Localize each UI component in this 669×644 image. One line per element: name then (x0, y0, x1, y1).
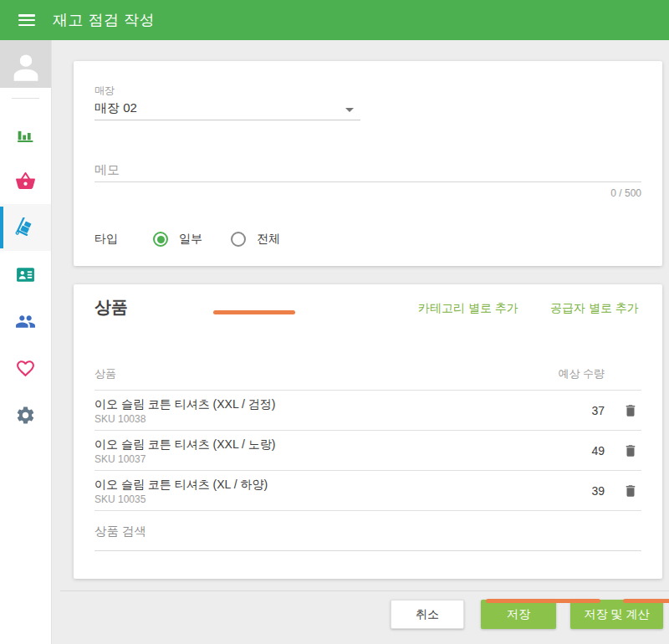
annotation-underline-category (486, 599, 600, 603)
delete-row-button[interactable] (605, 483, 641, 498)
sidebar-item-chart[interactable] (0, 110, 51, 157)
trash-icon (623, 403, 638, 418)
add-by-supplier-link[interactable]: 공급자 별로 추가 (550, 301, 639, 316)
product-name: 이오 슬림 코튼 티셔츠 (XXL / 검정) (94, 396, 563, 412)
add-by-category-link[interactable]: 카테고리 별로 추가 (418, 301, 518, 316)
delete-row-button[interactable] (605, 403, 641, 418)
radio-label-all: 전체 (257, 232, 280, 247)
products-card: 상품 카테고리 별로 추가 공급자 별로 추가 상품 예상 수량 이오 슬림 코… (74, 284, 662, 579)
product-sku: SKU 10035 (94, 493, 563, 506)
basket-icon (15, 171, 36, 192)
table-row: 이오 슬림 코튼 티셔츠 (XXL / 노랑) SKU 10037 49 (94, 431, 641, 471)
memo-input[interactable] (94, 159, 641, 179)
product-qty: 37 (563, 404, 605, 417)
trash-icon (623, 443, 638, 458)
trolley-icon (15, 217, 36, 238)
radio-option-all[interactable]: 전체 (231, 232, 280, 247)
sidebar-item-heart[interactable] (0, 345, 51, 391)
sidebar-item-people[interactable] (0, 298, 51, 345)
sidebar-item-contact-card[interactable] (0, 251, 51, 298)
sidebar-divider (12, 98, 39, 99)
product-name-cell: 이오 슬림 코튼 티셔츠 (XL / 하양) SKU 10035 (94, 475, 563, 506)
radio-unselected-icon (231, 232, 246, 247)
sidebar-item-gear[interactable] (0, 391, 51, 438)
annotation-underline-partial (213, 310, 295, 314)
store-value: 매장 02 (94, 100, 137, 115)
radio-label-partial: 일부 (179, 232, 202, 247)
contact-card-icon (15, 264, 36, 285)
radio-option-partial[interactable]: 일부 (153, 232, 202, 247)
sidebar-item-trolley[interactable] (0, 204, 51, 251)
cancel-button[interactable]: 취소 (391, 600, 464, 629)
table-row: 이오 슬림 코튼 티셔츠 (XXL / 검정) SKU 10038 37 (94, 391, 641, 431)
sidebar-item-basket[interactable] (0, 157, 51, 204)
column-expected-qty: 예상 수량 (558, 366, 605, 381)
table-row: 이오 슬림 코튼 티셔츠 (XL / 하양) SKU 10035 39 (94, 471, 641, 511)
save-and-calculate-button[interactable]: 저장 및 계산 (570, 600, 663, 629)
product-name: 이오 슬림 코튼 티셔츠 (XXL / 노랑) (94, 437, 563, 452)
type-label: 타입 (94, 232, 153, 247)
footer-divider (60, 590, 669, 591)
menu-icon[interactable] (18, 14, 35, 26)
column-product: 상품 (94, 366, 558, 381)
form-card: 매장 매장 02 0 / 500 타입 일부 전체 (74, 61, 662, 266)
product-name-cell: 이오 슬림 코튼 티셔츠 (XXL / 검정) SKU 10038 (94, 395, 563, 426)
memo-counter: 0 / 500 (610, 187, 641, 199)
table-header: 상품 예상 수량 (94, 358, 641, 391)
store-label: 매장 (94, 84, 115, 98)
people-icon (15, 311, 36, 332)
product-qty: 49 (563, 444, 605, 457)
bar-chart-icon (15, 124, 36, 145)
gear-icon (15, 405, 36, 426)
product-search-input[interactable] (94, 521, 641, 541)
store-underline (94, 120, 360, 120)
save-button[interactable]: 저장 (481, 600, 556, 629)
annotation-underline-supplier (623, 599, 669, 603)
trash-icon (623, 483, 638, 498)
products-table: 상품 예상 수량 이오 슬림 코튼 티셔츠 (XXL / 검정) SKU 100… (94, 358, 641, 511)
page-title: 재고 점검 작성 (53, 10, 155, 30)
sidebar (0, 40, 52, 644)
product-rows: 이오 슬림 코튼 티셔츠 (XXL / 검정) SKU 10038 37 이오 … (94, 391, 641, 511)
topbar: 재고 점검 작성 (0, 0, 669, 40)
radio-selected-icon (153, 232, 168, 247)
products-heading: 상품 (94, 296, 128, 319)
product-sku: SKU 10037 (94, 452, 563, 466)
delete-row-button[interactable] (605, 443, 641, 458)
store-select[interactable]: 매장 02 (94, 100, 360, 120)
product-sku: SKU 10038 (94, 412, 563, 426)
avatar[interactable] (0, 40, 51, 88)
memo-underline (94, 181, 641, 182)
product-name: 이오 슬림 코튼 티셔츠 (XL / 하양) (94, 477, 563, 493)
type-row: 타입 일부 전체 (94, 227, 280, 251)
person-icon (9, 50, 43, 84)
chevron-down-icon (345, 108, 354, 112)
heart-icon (15, 358, 36, 379)
product-qty: 39 (563, 484, 605, 498)
product-name-cell: 이오 슬림 코튼 티셔츠 (XXL / 노랑) SKU 10037 (94, 435, 563, 466)
search-underline (94, 550, 641, 551)
